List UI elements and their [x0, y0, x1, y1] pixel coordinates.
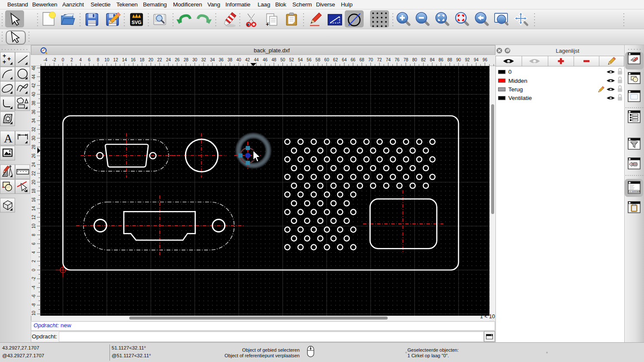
svg-text:44: 44 [254, 57, 259, 62]
svg-text:32: 32 [31, 127, 36, 132]
svg-text:46: 46 [31, 66, 36, 70]
svg-text:26: 26 [31, 153, 36, 158]
svg-text:92: 92 [465, 57, 470, 62]
svg-text:28: 28 [31, 145, 36, 150]
svg-text:c: command: c: command [630, 190, 641, 193]
svg-text:44: 44 [31, 74, 36, 79]
svg-text:40: 40 [31, 92, 36, 97]
svg-text:76: 76 [395, 57, 400, 62]
svg-text:42: 42 [245, 57, 250, 62]
svg-text:10: 10 [31, 223, 36, 229]
svg-text:Ventilatie: Ventilatie [508, 95, 532, 101]
svg-text:8: 8 [31, 233, 36, 236]
svg-text:84: 84 [430, 57, 435, 62]
svg-text:14: 14 [122, 57, 127, 62]
svg-text:A: A [4, 132, 13, 145]
svg-text:4: 4 [31, 251, 36, 253]
svg-text:6: 6 [88, 57, 91, 62]
svg-text:+: + [7, 55, 11, 62]
svg-text:-10: -10 [31, 311, 36, 316]
svg-text:16: 16 [31, 197, 36, 202]
svg-text:24: 24 [166, 57, 171, 62]
svg-text:94: 94 [474, 57, 479, 62]
svg-text:40: 40 [237, 57, 242, 62]
svg-text:+: + [3, 58, 6, 65]
svg-text:74: 74 [386, 57, 391, 62]
svg-text:0: 0 [62, 57, 64, 62]
svg-text:Midden: Midden [508, 78, 527, 84]
svg-text:2: 2 [70, 57, 73, 62]
svg-text:36: 36 [31, 109, 36, 115]
svg-text:80: 80 [412, 57, 417, 62]
svg-text:28: 28 [184, 57, 189, 62]
svg-text:+: + [246, 21, 250, 28]
svg-text:52: 52 [289, 57, 294, 62]
svg-text:14: 14 [31, 206, 36, 211]
svg-text:24: 24 [31, 162, 36, 167]
svg-text:60: 60 [324, 57, 329, 62]
svg-text:54: 54 [298, 57, 303, 62]
svg-text:96: 96 [483, 57, 488, 62]
svg-text:-2: -2 [52, 57, 56, 62]
svg-text:18: 18 [31, 188, 36, 193]
svg-text:20: 20 [149, 57, 154, 62]
svg-text:50: 50 [280, 57, 286, 62]
svg-text:2: 2 [31, 260, 36, 262]
svg-text:58: 58 [316, 57, 321, 62]
svg-text:62: 62 [333, 57, 338, 62]
svg-text:32: 32 [201, 57, 207, 62]
svg-text:70: 70 [368, 57, 374, 62]
svg-text:-4: -4 [43, 57, 47, 62]
svg-text:18: 18 [140, 57, 145, 62]
svg-text:48: 48 [271, 57, 276, 62]
svg-text:-6: -6 [31, 294, 36, 298]
svg-text:64: 64 [342, 57, 347, 62]
svg-text:42: 42 [31, 83, 36, 88]
svg-text:8: 8 [97, 57, 100, 62]
svg-text:30: 30 [192, 57, 197, 62]
svg-text:+: + [266, 21, 269, 27]
svg-text:22: 22 [31, 171, 36, 176]
svg-text:36: 36 [219, 57, 224, 62]
svg-text:38: 38 [228, 57, 233, 62]
svg-text:-4: -4 [31, 286, 36, 290]
svg-text:16: 16 [131, 57, 136, 62]
svg-text:86: 86 [439, 57, 444, 62]
svg-text:0: 0 [31, 268, 36, 271]
svg-text:34: 34 [31, 118, 36, 123]
svg-text:SVG: SVG [131, 20, 141, 25]
svg-text:-8: -8 [31, 303, 36, 307]
svg-text:20: 20 [31, 180, 36, 185]
svg-text:68: 68 [359, 57, 365, 62]
svg-text:46: 46 [263, 57, 268, 62]
svg-text:Terug: Terug [508, 86, 523, 93]
svg-text:56: 56 [307, 57, 312, 62]
svg-text:-2: -2 [31, 277, 36, 281]
svg-text:4: 4 [79, 57, 82, 62]
svg-text:22: 22 [157, 57, 162, 62]
svg-text:82: 82 [421, 57, 426, 62]
svg-text:0: 0 [508, 69, 512, 75]
svg-text:34: 34 [210, 57, 215, 62]
svg-text:10: 10 [104, 57, 109, 62]
svg-text:90: 90 [456, 57, 462, 62]
svg-text:6: 6 [31, 242, 36, 245]
svg-text:38: 38 [31, 100, 36, 106]
svg-text:30: 30 [31, 136, 36, 141]
svg-text:26: 26 [175, 57, 180, 62]
svg-text:88: 88 [447, 57, 453, 62]
svg-text:12: 12 [113, 57, 118, 62]
svg-text:72: 72 [377, 57, 382, 62]
svg-text:12: 12 [31, 215, 36, 220]
svg-text:66: 66 [351, 57, 356, 62]
svg-text:78: 78 [404, 57, 409, 62]
